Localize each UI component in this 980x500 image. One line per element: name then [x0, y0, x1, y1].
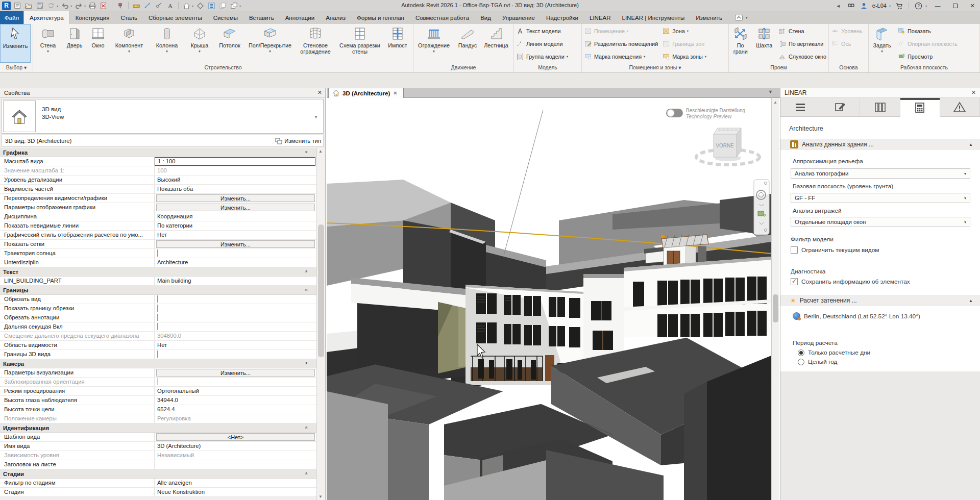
- tab-вид[interactable]: Вид: [475, 11, 497, 24]
- property-row[interactable]: Обрезать аннотации: [0, 313, 316, 322]
- property-row[interactable]: Заблокированная ориентация: [0, 378, 316, 387]
- properties-section[interactable]: Стадии»: [0, 469, 316, 479]
- tab-linear-инструменты[interactable]: LINEAR | Инструменты: [617, 11, 691, 24]
- cart-icon[interactable]: [895, 2, 903, 10]
- model-canvas[interactable]: Beschleunigte Darstellung Technology Pre…: [327, 98, 771, 500]
- limit-view-checkbox[interactable]: Ограничить текущим видом: [791, 246, 879, 254]
- user-dropdown-icon[interactable]: ▾: [889, 4, 891, 8]
- ribbon-button-стеновое-ограждение[interactable]: Стеновое ограждение: [295, 24, 336, 63]
- ribbon-button-просмотр[interactable]: Просмотр: [895, 50, 960, 63]
- minimize-button[interactable]: —: [931, 1, 944, 11]
- tab-вставить[interactable]: Вставить: [243, 11, 280, 24]
- ribbon-button-по-грани[interactable]: По грани: [729, 24, 752, 63]
- tab-file[interactable]: Файл: [0, 11, 23, 24]
- ribbon-button-по-вертикали[interactable]: По вертикали: [776, 37, 828, 50]
- property-row[interactable]: LIN_BUILDING_PARTMain building: [0, 277, 316, 286]
- ribbon-display-toggle[interactable]: ▾: [735, 11, 747, 24]
- property-row[interactable]: Область видимостиНет: [0, 341, 316, 350]
- ribbon-button-задать[interactable]: Задать▼: [869, 24, 895, 63]
- user-name[interactable]: e-L04: [872, 3, 887, 9]
- linear-tab-warnings[interactable]: [940, 98, 980, 117]
- radio-calc-days[interactable]: Только расчетные дни: [798, 349, 870, 356]
- property-row[interactable]: Показать границу обрезки: [0, 304, 316, 313]
- help-icon[interactable]: ?: [914, 2, 923, 10]
- ribbon-button-пол-перекрытие[interactable]: Пол/Перекрытие▼: [246, 24, 295, 63]
- select-window-areas[interactable]: Отдельные площади окон▾: [791, 217, 970, 227]
- ribbon-button-дверь[interactable]: Дверь: [63, 24, 86, 63]
- tab-list-icon[interactable]: ▼: [768, 89, 773, 94]
- property-row[interactable]: Показать невидимые линииПо категории: [0, 221, 316, 231]
- property-row[interactable]: Высота глаза наблюдателя34944.0: [0, 396, 316, 405]
- linear-tab-edit[interactable]: [820, 98, 860, 117]
- ribbon-button-стена[interactable]: Стена: [776, 24, 828, 37]
- property-row[interactable]: Фильтр по стадиямAlle anzeigen: [0, 479, 316, 488]
- tab-совместная-работа[interactable]: Совместная работа: [410, 11, 475, 24]
- linear-section-shading[interactable]: ☀ Расчет затенения ... ▲: [780, 295, 980, 306]
- properties-section[interactable]: Текст»: [0, 267, 316, 277]
- ribbon-button-лестница[interactable]: Лестница: [481, 24, 511, 63]
- help-dropdown-icon[interactable]: ▾: [925, 4, 927, 8]
- tab-конструкция[interactable]: Конструкция: [70, 11, 115, 24]
- ribbon-button-пандус[interactable]: Пандус: [454, 24, 481, 63]
- ribbon-button-слуховое-окно[interactable]: Слуховое окно: [776, 50, 828, 63]
- properties-close-icon[interactable]: ✕: [317, 89, 322, 96]
- tab-анализ[interactable]: Анализ: [320, 11, 351, 24]
- view-tab-close-icon[interactable]: ✕: [393, 90, 397, 96]
- location-row[interactable]: Berlin, Deutschland (Lat 52.52° Lon 13.4…: [793, 312, 920, 320]
- property-row[interactable]: Переопределения видимости/графикиИзменит…: [0, 194, 316, 203]
- ribbon-button-марка-помещения[interactable]: Марка помещения▾: [582, 50, 660, 63]
- linear-tab-calculator[interactable]: [900, 98, 940, 117]
- view-combo[interactable]: 3D вид: 3D (Architecture) ▾ Изменить тип: [2, 135, 324, 147]
- ribbon-button-помещение[interactable]: Помещение▾: [582, 24, 660, 37]
- property-row[interactable]: СтадияNeue Konstruktion: [0, 488, 316, 497]
- tab-управление[interactable]: Управление: [497, 11, 541, 24]
- tab-сборные-элементы[interactable]: Сборные элементы: [143, 11, 208, 24]
- viewport-scrollbar[interactable]: ▲: [771, 98, 779, 500]
- property-row[interactable]: Траектория солнца: [0, 249, 316, 258]
- collapse-icon[interactable]: ▲: [969, 142, 973, 147]
- property-row[interactable]: UnterdisziplinArchitecture: [0, 258, 316, 267]
- tab-изменить[interactable]: Изменить: [690, 11, 728, 24]
- collapse-icon[interactable]: ▲: [969, 298, 973, 303]
- maximize-button[interactable]: [948, 1, 962, 11]
- ribbon-button-границы-зон[interactable]: Границы зон: [660, 37, 708, 50]
- ribbon-button-схема-разрезки-стены[interactable]: Схема разрезки стены: [336, 24, 383, 63]
- collapse-search-icon[interactable]: ◂: [834, 2, 843, 10]
- ribbon-button-опорная-плоскость[interactable]: Опорная плоскость: [895, 37, 960, 50]
- property-row[interactable]: Параметры отображения графикиИзменить...: [0, 203, 316, 212]
- ribbon-button-марка-зоны[interactable]: Марка зоны▾: [660, 50, 708, 63]
- property-row[interactable]: Имя вида3D (Architecture): [0, 442, 316, 451]
- user-icon[interactable]: [860, 2, 868, 10]
- ribbon-button-текст-модели[interactable]: Текст модели: [514, 24, 570, 37]
- property-row[interactable]: Видимость частейПоказать оба: [0, 185, 316, 194]
- property-row[interactable]: ДисциплинаКоординация: [0, 212, 316, 221]
- property-row[interactable]: Значение масштаба 1:100: [0, 166, 316, 176]
- property-row[interactable]: Уровень детализацииВысокий: [0, 176, 316, 185]
- tab-архитектура[interactable]: Архитектура: [23, 11, 70, 24]
- ribbon-button-ограждение[interactable]: Ограждение▼: [413, 24, 454, 63]
- ribbon-button-импост[interactable]: Импост: [383, 24, 412, 63]
- properties-scrollbar[interactable]: ▲ ▼: [316, 148, 325, 500]
- property-row[interactable]: Графический стиль отображения расчетов п…: [0, 231, 316, 240]
- tab-linear[interactable]: LINEAR: [584, 11, 617, 24]
- property-row[interactable]: Показать сеткиИзменить...: [0, 240, 316, 249]
- search-icon[interactable]: [847, 2, 855, 10]
- ribbon-button-разделитель-помещений[interactable]: Разделитель помещений: [582, 37, 660, 50]
- properties-section[interactable]: Идентификация»: [0, 423, 316, 433]
- ribbon-button-группа-модели[interactable]: Группа модели▾: [514, 50, 570, 63]
- ribbon-button-окно[interactable]: Окно: [86, 24, 110, 63]
- ribbon-button-уровень[interactable]: Уровень: [829, 24, 865, 37]
- ribbon-button-шахта[interactable]: Шахта: [752, 24, 776, 63]
- property-row[interactable]: Масштаб вида1 : 100: [0, 157, 316, 166]
- view-tab[interactable]: 3D (Architecture) ✕: [328, 88, 404, 98]
- linear-tab-menu[interactable]: [780, 98, 820, 117]
- ribbon-button-ось[interactable]: Ось: [829, 37, 865, 50]
- property-row[interactable]: Шаблон вида<Нет>: [0, 433, 316, 442]
- select-base-plane[interactable]: GF - FF▾: [791, 193, 970, 203]
- linear-section-building-data[interactable]: Анализ данных здания ... ▲: [780, 139, 980, 150]
- close-button[interactable]: ✕: [966, 1, 979, 11]
- ribbon-button-крыша[interactable]: Крыша▼: [185, 24, 214, 63]
- ribbon-button-линия-модели[interactable]: Линия модели: [514, 37, 570, 50]
- property-row[interactable]: Зависимость уровняНезависимый: [0, 451, 316, 460]
- properties-section[interactable]: Графика»: [0, 148, 316, 157]
